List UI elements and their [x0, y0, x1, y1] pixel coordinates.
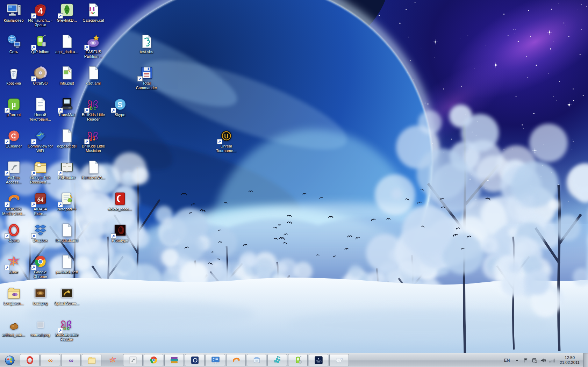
windows-update-icon[interactable] [532, 358, 537, 363]
desktop-icon-label: Total Commander [134, 81, 159, 90]
desktop-icon-zune[interactable]: Zune [1, 254, 27, 274]
taskbar-button-visual-studio-orange[interactable]: ∞ [41, 354, 60, 366]
unreal-icon: U [218, 128, 234, 144]
desktop-icon-artifact-cak-[interactable]: artifact_cak... [1, 317, 27, 337]
volume-icon[interactable] [540, 358, 546, 363]
desktop-icon-opera[interactable]: Opera [1, 223, 27, 243]
taskbar-button-winrar[interactable] [164, 354, 184, 366]
desktop-icon--torrent[interactable]: µµTorrent [1, 97, 27, 117]
desktop-icon-компьютер[interactable]: Компьютер [1, 2, 27, 23]
desktop-icon-removewa-[interactable]: RemoveWA... [80, 160, 106, 180]
desktop-icon-delete-cooc-[interactable]: delete_cooc... [107, 191, 133, 211]
desktop-icon-label: QIP Infium [27, 50, 53, 54]
network-signal-icon[interactable] [549, 358, 555, 363]
desktop-icon-ccleaner[interactable]: CCCleaner [1, 128, 27, 149]
taskbar-buttons: ∞∞ [20, 353, 349, 367]
desktop-icon-dsdt-aml[interactable]: dsdt.aml [80, 65, 106, 86]
desktop-icon-test-vbs[interactable]: test.vbs [134, 34, 159, 54]
desktop-icon-acpi-dsdt-a-[interactable]: acpi_dsdt.a... [54, 34, 80, 54]
shortcut-arrow-icon [31, 202, 36, 207]
leaf-icon [59, 2, 75, 18]
taskbar-button-opera[interactable] [20, 354, 40, 366]
show-desktop-button[interactable] [583, 353, 588, 367]
shortcut-arrow-icon [31, 76, 36, 81]
desktop-icon-particle1-peff[interactable]: particle1.peff [54, 254, 80, 274]
clock-time: 12:50 [560, 355, 580, 360]
desktop-icon-longlaun-[interactable]: LongLaun... [1, 286, 27, 306]
svg-text:∞: ∞ [69, 357, 73, 364]
taskbar-button-zune[interactable] [102, 354, 122, 366]
desktop-icon-label: Info.plist [54, 81, 80, 86]
svg-text:C: C [11, 132, 16, 140]
taskbar-button-airties-utility[interactable] [123, 354, 143, 366]
desktop-icon-notepad-[interactable]: Notepad++ [54, 191, 80, 211]
desktop-icon-airties-access-[interactable]: AirTies Access... [1, 160, 27, 185]
taskbar-button-ripple-app[interactable] [309, 354, 328, 366]
desktop-icon-fixeddsdt-aml[interactable]: fixeddsdt.aml [54, 223, 80, 243]
desktop-icon-splashscree-[interactable]: SplashScree... [54, 286, 80, 306]
desktop-icon-сеть[interactable]: Сеть [1, 34, 27, 54]
taskbar-button-google-chrome[interactable] [144, 354, 163, 366]
desktop-icon-skype[interactable]: SSkype [107, 97, 133, 117]
taskbar-button-daemon-navy-app[interactable] [185, 354, 205, 366]
desktop-icon-category-cat[interactable]: bcCategory.cat [80, 2, 106, 23]
l4d-icon: 4 [32, 2, 48, 18]
desktop-icon-commview-for-wifi[interactable]: CommView for WiFi [27, 128, 53, 153]
desktop-icon-brillkids-little-reader[interactable]: bcBrillKids Little Reader [80, 97, 106, 122]
language-indicator[interactable]: EN [503, 357, 511, 364]
desktop: Компьютер4l4d_launch... - ЯрлыкGreylinkD… [0, 0, 588, 353]
taskbar-button-turtle-app[interactable] [329, 354, 349, 366]
taskbar-button-jetaudio-cowon[interactable] [226, 354, 246, 366]
desktop-icon-brillkids-little-reader[interactable]: bcBrillKids Little Reader [54, 317, 80, 342]
clock[interactable]: 12:50 21.02.2011 [558, 355, 581, 365]
desktop-icon-qip-infium[interactable]: QIP Infium [27, 34, 53, 54]
desktop-icon-label: l4d_launch... - Ярлык [27, 18, 53, 27]
desktop-icon-label: Dropbox [27, 238, 53, 243]
desktop-icon-greylinkd-[interactable]: GreylinkD... [54, 2, 80, 23]
taskbar-button-system-panel-app[interactable] [206, 354, 225, 366]
taskbar-button-visual-studio-purple[interactable]: ∞ [61, 354, 81, 366]
desktop-icon-unreal-tourname-[interactable]: UUnreal Tourname... [213, 128, 239, 153]
desktop-icon-google-talk-received-[interactable]: Google Talk Received ... [27, 160, 53, 185]
desktop-icon-info-plist[interactable]: Info.plist [54, 65, 80, 86]
desktop-icon-aida64-extre-[interactable]: 64AIDA64 Extre... [27, 191, 53, 216]
desktop-icon-total-commander[interactable]: Total Commander [134, 65, 159, 90]
svg-text:S: S [117, 100, 122, 109]
desktop-icon-l4d-launch-ярлык[interactable]: 4l4d_launch... - Ярлык [27, 2, 53, 27]
desktop-icon-transmac[interactable]: TransMac [54, 97, 80, 117]
desktop-icon-brillkids-little-musician[interactable]: BrillKids Little Musician [80, 128, 106, 153]
desktop-icon-dropbox[interactable]: Dropbox [27, 223, 53, 243]
desktop-icon-label: Сеть [1, 50, 27, 54]
action-center-flag-icon[interactable] [523, 358, 529, 363]
taskbar-button-notepad-app[interactable] [247, 354, 266, 366]
desktop-icon-prototype[interactable]: Prototype [107, 223, 133, 243]
desktop-icon-cowon-media-cent-[interactable]: COWON Media Cent... [1, 191, 27, 216]
shortcut-arrow-icon [58, 202, 63, 207]
desktop-icon-новый-текстовый-[interactable]: Новый текстовый... [27, 97, 53, 122]
taskbar-button-windows-explorer[interactable] [82, 354, 101, 366]
shortcut-arrow-icon [5, 233, 10, 239]
taskbar-button-qip-infium[interactable] [288, 354, 308, 366]
desktop-icon-корзина[interactable]: Корзина [1, 65, 27, 86]
desktop-icon-label: BrillKids Little Reader [54, 333, 80, 342]
svg-text:b: b [90, 11, 93, 15]
desktop-icon-normal-png[interactable]: normal.png [27, 317, 53, 337]
shortcut-arrow-icon [5, 202, 10, 207]
desktop-icon-google-chrome[interactable]: Google Chrome [27, 254, 53, 279]
desktop-icon-fbreader[interactable]: FBReader [54, 160, 80, 180]
taskbar: ∞∞ EN 12:50 21.02.2011 [0, 353, 588, 367]
desktop-icon-easeus-partition-[interactable]: EASEUS Partition ... [80, 34, 106, 59]
faintimg-icon [32, 317, 48, 332]
hidden-icons-button chevron-up-icon[interactable] [514, 358, 520, 363]
desktop-icon-label: delete_cooc... [107, 207, 133, 211]
taskbar-button-cubes-app[interactable] [267, 354, 287, 366]
desktop-icon-ultraiso[interactable]: UltraISO [27, 65, 53, 86]
desktop-icon-dcpdsdt-dsl[interactable]: dcpdsdt.dsl [54, 128, 80, 149]
desktop-icon-label: CCleaner [1, 144, 27, 149]
system-tray: EN 12:50 21.02.2011 [503, 355, 583, 365]
start-button[interactable] [1, 354, 19, 367]
folderp-icon [6, 286, 22, 301]
imggold-icon [59, 286, 75, 301]
artifact-icon [6, 317, 22, 332]
desktop-icon-load-png[interactable]: load.png [27, 286, 53, 306]
